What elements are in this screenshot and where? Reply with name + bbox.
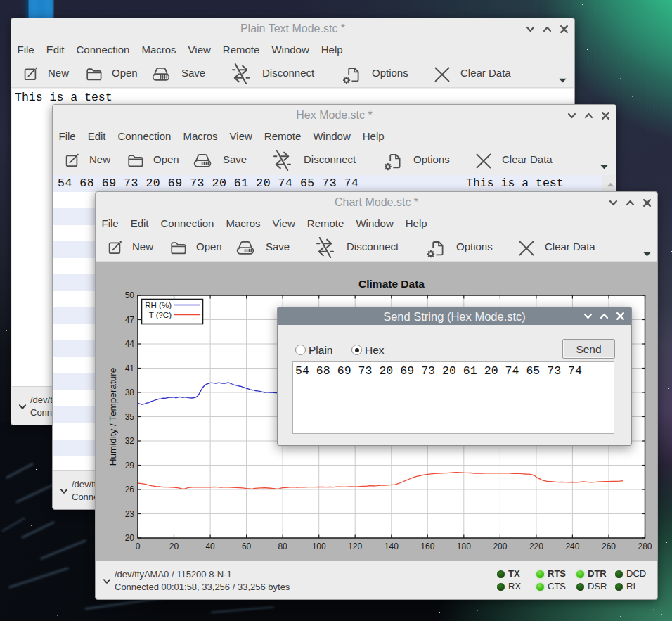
svg-text:44: 44 [125,339,135,349]
svg-text:220: 220 [529,542,543,551]
svg-text:Humidity / Temperature: Humidity / Temperature [108,368,118,466]
svg-text:260: 260 [602,542,616,551]
svg-text:20: 20 [125,533,135,543]
svg-text:35: 35 [125,412,135,422]
svg-text:80: 80 [278,542,287,551]
svg-text:29: 29 [125,461,135,470]
svg-text:T (?C): T (?C) [149,311,172,319]
svg-text:50: 50 [125,290,135,300]
svg-text:38: 38 [125,388,135,397]
svg-text:RH (%): RH (%) [145,301,172,309]
svg-text:200: 200 [493,542,507,551]
svg-text:120: 120 [348,542,362,551]
svg-text:41: 41 [125,364,135,373]
svg-text:0: 0 [136,542,141,551]
svg-text:100: 100 [312,542,326,551]
svg-text:Climate Data: Climate Data [358,278,425,290]
svg-text:40: 40 [205,542,215,551]
svg-text:160: 160 [420,542,434,551]
svg-text:180: 180 [457,542,471,551]
svg-text:20: 20 [169,542,179,551]
svg-text:280: 280 [638,542,652,551]
svg-text:26: 26 [125,485,135,494]
svg-text:47: 47 [125,315,135,325]
svg-text:140: 140 [385,542,399,551]
svg-text:60: 60 [242,542,252,551]
svg-text:23: 23 [125,509,135,519]
svg-text:32: 32 [125,436,135,446]
svg-text:240: 240 [565,542,579,551]
